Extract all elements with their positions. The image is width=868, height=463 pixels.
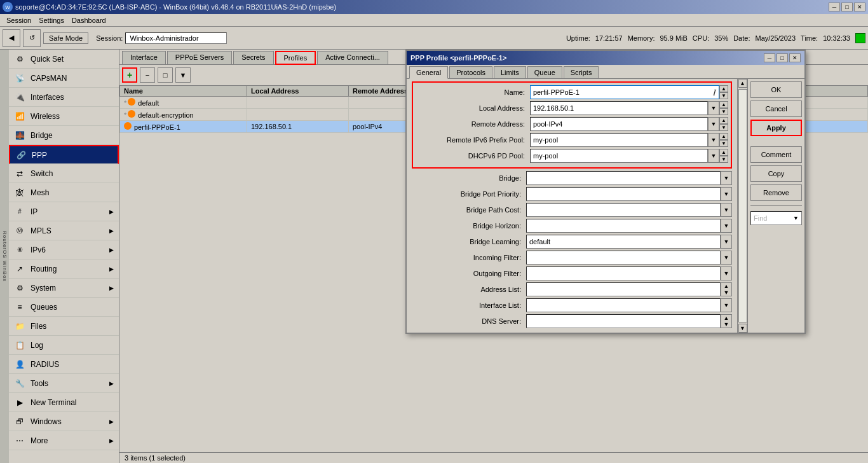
sidebar-item-queues[interactable]: ≡ Queues: [9, 298, 119, 317]
remote-address-dropdown-button[interactable]: ▼: [708, 117, 719, 131]
sidebar-item-log[interactable]: 📋 Log: [9, 336, 119, 355]
bridge-port-priority-field[interactable]: [526, 187, 721, 201]
menu-dashboard[interactable]: Dashboard: [68, 16, 110, 25]
local-scroll-up[interactable]: ▲: [719, 101, 728, 108]
name-scroll-up[interactable]: ▲: [719, 85, 728, 92]
tab-secrets[interactable]: Secrets: [233, 51, 273, 64]
name-field[interactable]: [533, 88, 713, 96]
copy-profile-button[interactable]: □: [158, 67, 173, 83]
local-scroll-down[interactable]: ▼: [719, 108, 728, 115]
remote-ipv6-dropdown-button[interactable]: ▼: [708, 133, 719, 147]
address-list-field[interactable]: [526, 282, 721, 296]
sidebar-item-ip[interactable]: # IP ▶: [9, 202, 119, 221]
sidebar-item-new-terminal[interactable]: ▶ New Terminal: [9, 393, 119, 412]
sidebar-item-mesh[interactable]: 🕸 Mesh: [9, 183, 119, 202]
sidebar-item-system[interactable]: ⚙ System ▶: [9, 279, 119, 298]
sidebar-item-wireless[interactable]: 📶 Wireless: [9, 107, 119, 126]
menu-settings[interactable]: Settings: [35, 16, 68, 25]
remote-address-field[interactable]: [530, 117, 708, 131]
dns-server-dropdown-button[interactable]: ▲▼: [721, 314, 732, 328]
close-button[interactable]: ✕: [854, 3, 865, 11]
back-button[interactable]: ◀: [3, 29, 20, 47]
sidebar-item-interfaces[interactable]: 🔌 Interfaces: [9, 88, 119, 107]
sidebar-item-files[interactable]: 📁 Files: [9, 317, 119, 336]
local-address-field[interactable]: [530, 101, 708, 115]
sidebar-item-more[interactable]: ⋯ More ▶: [9, 431, 119, 450]
remote-scroll-up[interactable]: ▲: [719, 117, 728, 124]
find-dropdown-arrow[interactable]: ▼: [793, 215, 799, 221]
profile-close-button[interactable]: ✕: [789, 53, 801, 62]
bridge-port-priority-dropdown-button[interactable]: ▼: [721, 187, 732, 201]
filter-button[interactable]: ▼: [175, 67, 191, 83]
bridge-horizon-field[interactable]: [526, 219, 721, 233]
sidebar-item-mpls[interactable]: Ⓜ MPLS ▶: [9, 221, 119, 240]
tab-interface[interactable]: Interface: [122, 51, 166, 64]
sidebar-item-ipv6[interactable]: ⑥ IPv6 ▶: [9, 240, 119, 259]
cancel-button[interactable]: Cancel: [750, 100, 802, 117]
forward-button[interactable]: ↺: [23, 29, 41, 47]
profile-maximize-button[interactable]: □: [776, 53, 788, 62]
local-address-dropdown-button[interactable]: ▼: [708, 101, 719, 115]
incoming-filter-dropdown-button[interactable]: ▼: [721, 251, 732, 265]
sidebar-item-ppp[interactable]: 🔗 PPP: [9, 145, 119, 164]
dhcpv6-field[interactable]: [530, 149, 708, 163]
bridge-learning-field[interactable]: [526, 235, 721, 249]
tab-active-connections[interactable]: Active Connecti...: [317, 51, 388, 64]
ipv6-scroll-up[interactable]: ▲: [719, 133, 728, 140]
add-profile-button[interactable]: +: [122, 67, 137, 83]
dhcpv6-scroll-down[interactable]: ▼: [719, 156, 728, 163]
tab-protocols[interactable]: Protocols: [449, 66, 492, 78]
dhcpv6-scroll-up[interactable]: ▲: [719, 149, 728, 156]
copy-button[interactable]: Copy: [750, 165, 802, 182]
outgoing-filter-dropdown-button[interactable]: ▼: [721, 266, 732, 280]
session-input[interactable]: [125, 32, 227, 44]
sidebar-item-tools[interactable]: 🔧 Tools ▶: [9, 374, 119, 393]
tab-pppoe-servers[interactable]: PPPoE Servers: [167, 51, 232, 64]
sidebar-item-routing[interactable]: ↗ Routing ▶: [9, 259, 119, 279]
bridge-dropdown-button[interactable]: ▼: [721, 171, 732, 185]
tab-scripts[interactable]: Scripts: [564, 66, 599, 78]
outgoing-filter-field[interactable]: [526, 266, 721, 280]
interface-list-dropdown-button[interactable]: ▼: [721, 298, 732, 312]
tab-profiles[interactable]: Profiles: [275, 51, 316, 65]
menu-session[interactable]: Session: [3, 16, 35, 25]
sidebar-item-radius[interactable]: 👤 RADIUS: [9, 355, 119, 374]
sidebar-item-windows[interactable]: 🗗 Windows ▶: [9, 412, 119, 431]
bridge-path-cost-dropdown-button[interactable]: ▼: [721, 203, 732, 217]
sidebar-item-capsman[interactable]: 📡 CAPsMAN: [9, 69, 119, 88]
apply-button[interactable]: Apply: [750, 120, 802, 136]
dhcpv6-dropdown-button[interactable]: ▼: [708, 149, 719, 163]
scroll-track[interactable]: [738, 89, 747, 322]
maximize-button[interactable]: □: [841, 3, 853, 11]
sidebar-item-switch[interactable]: ⇄ Switch: [9, 164, 119, 183]
sidebar-item-bridge[interactable]: 🌉 Bridge: [9, 126, 119, 145]
capsman-icon: 📡: [14, 73, 25, 84]
remove-button[interactable]: Remove: [750, 184, 802, 201]
tab-general[interactable]: General: [409, 66, 448, 79]
address-list-dropdown-button[interactable]: ▲▼: [721, 282, 732, 296]
ipv6-scroll-down[interactable]: ▼: [719, 140, 728, 147]
remote-scroll-down[interactable]: ▼: [719, 124, 728, 131]
bridge-learning-dropdown-button[interactable]: ▼: [721, 235, 732, 249]
dns-server-field[interactable]: [526, 314, 721, 328]
bridge-path-cost-field[interactable]: [526, 203, 721, 217]
ok-button[interactable]: OK: [750, 81, 802, 98]
tab-limits[interactable]: Limits: [494, 66, 526, 78]
interface-list-field[interactable]: [526, 298, 721, 312]
bridge-field[interactable]: [526, 171, 721, 185]
comment-button[interactable]: Comment: [750, 146, 802, 163]
name-scroll-down[interactable]: ▼: [719, 92, 728, 99]
tab-queue[interactable]: Queue: [527, 66, 562, 78]
scroll-down-button[interactable]: ▼: [738, 324, 747, 333]
find-field[interactable]: Find ▼: [750, 211, 802, 225]
minimize-button[interactable]: ─: [829, 3, 840, 11]
profile-minimize-button[interactable]: ─: [764, 53, 775, 62]
safe-mode-button[interactable]: Safe Mode: [43, 32, 88, 44]
sidebar-item-quick-set[interactable]: ⚙ Quick Set: [9, 50, 119, 69]
remove-profile-button[interactable]: −: [140, 67, 155, 83]
bridge-horizon-dropdown-button[interactable]: ▼: [721, 219, 732, 233]
incoming-filter-field[interactable]: [526, 251, 721, 265]
remote-ipv6-field[interactable]: [530, 133, 708, 147]
scroll-up-button[interactable]: ▲: [738, 79, 747, 88]
col-header-name: Name: [120, 86, 247, 97]
